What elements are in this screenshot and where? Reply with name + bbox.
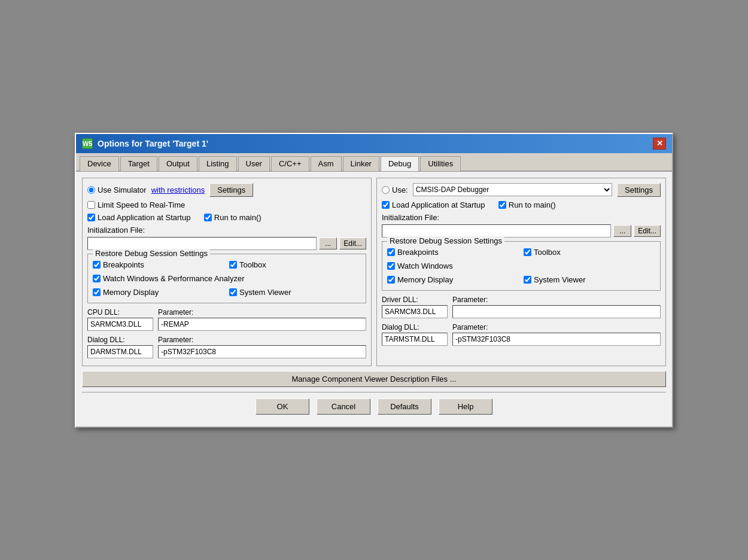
load-app-label: Load Application at Startup <box>98 213 190 222</box>
right-restore-checks-grid: Breakpoints Toolbox Watch Windows M <box>387 248 655 287</box>
use-simulator-radio-label[interactable]: Use Simulator <box>87 185 147 194</box>
breakpoints-checkbox[interactable] <box>93 261 101 269</box>
ok-button[interactable]: OK <box>256 398 309 415</box>
app-icon: W5 <box>82 138 93 149</box>
debugger-settings-button[interactable]: Settings <box>617 183 661 197</box>
manage-component-viewer-button[interactable]: Manage Component Viewer Description File… <box>82 371 666 387</box>
close-button[interactable]: ✕ <box>653 138 666 150</box>
right-toolbox-checkbox[interactable] <box>524 248 531 256</box>
system-viewer-checkbox[interactable] <box>229 288 237 296</box>
right-breakpoints-label: Breakpoints <box>397 248 439 257</box>
right-run-to-main-label: Run to main() <box>509 200 556 209</box>
main-dialog: W5 Options for Target 'Target 1' ✕ Devic… <box>75 133 673 428</box>
tab-device[interactable]: Device <box>80 156 119 171</box>
right-memory-display-checkbox[interactable] <box>387 276 395 284</box>
cpu-dll-input[interactable] <box>87 318 153 331</box>
restore-debug-group: Restore Debug Session Settings Breakpoin… <box>87 254 366 303</box>
toolbox-row: Toolbox <box>229 260 361 269</box>
dialog-dll-row: Dialog DLL: Parameter: <box>87 336 366 358</box>
init-file-browse-button[interactable]: ... <box>319 238 337 249</box>
driver-param-label: Parameter: <box>452 296 661 304</box>
use-debugger-radio-label[interactable]: Use: <box>382 185 408 194</box>
tab-asm[interactable]: Asm <box>311 156 342 171</box>
help-button[interactable]: Help <box>439 398 492 415</box>
right-init-file-edit-button[interactable]: Edit... <box>634 225 661 237</box>
cpu-param-input[interactable] <box>158 318 366 331</box>
cpu-dll-col: CPU DLL: <box>87 308 153 331</box>
tab-user[interactable]: User <box>238 156 270 171</box>
breakpoints-label: Breakpoints <box>103 260 144 269</box>
tab-bar: Device Target Output Listing User C/C++ … <box>76 153 672 172</box>
init-file-label: Initialization File: <box>87 226 366 235</box>
tab-output[interactable]: Output <box>159 156 197 171</box>
driver-dll-input[interactable] <box>382 305 448 318</box>
title-bar-left: W5 Options for Target 'Target 1' <box>82 138 208 149</box>
cpu-param-label: Parameter: <box>158 308 366 316</box>
driver-param-input[interactable] <box>452 305 661 318</box>
cpu-dll-label: CPU DLL: <box>87 308 153 316</box>
dialog-dll-input[interactable] <box>87 345 153 358</box>
memory-display-label: Memory Display <box>103 288 159 297</box>
breakpoints-row: Breakpoints <box>93 260 224 269</box>
right-system-viewer-label: System Viewer <box>534 275 585 284</box>
right-load-app-label: Load Application at Startup <box>392 200 485 209</box>
right-load-app-run-row: Load Application at Startup Run to main(… <box>382 200 661 209</box>
cancel-button[interactable]: Cancel <box>317 398 370 415</box>
two-column-layout: Use Simulator with restrictions Settings… <box>82 178 666 366</box>
right-init-file-label: Initialization File: <box>382 213 661 222</box>
right-watch-windows-checkbox[interactable] <box>387 262 395 270</box>
limit-speed-checkbox[interactable] <box>87 201 95 209</box>
left-column: Use Simulator with restrictions Settings… <box>82 178 372 366</box>
use-simulator-radio[interactable] <box>87 186 95 194</box>
right-toolbox-label: Toolbox <box>534 248 561 257</box>
dialog-param-input[interactable] <box>158 345 366 358</box>
defaults-button[interactable]: Defaults <box>378 398 431 415</box>
right-memory-display-label: Memory Display <box>397 275 453 284</box>
memory-display-row: Memory Display <box>93 288 224 297</box>
right-dialog-param-label: Parameter: <box>452 323 661 331</box>
tab-target[interactable]: Target <box>120 156 157 171</box>
driver-dll-col: Driver DLL: <box>382 296 448 318</box>
toolbox-checkbox[interactable] <box>229 261 237 269</box>
init-file-edit-button[interactable]: Edit... <box>339 238 366 249</box>
right-init-file-browse-button[interactable]: ... <box>613 225 631 237</box>
dialog-dll-label: Dialog DLL: <box>87 336 153 344</box>
tab-linker[interactable]: Linker <box>343 156 379 171</box>
memory-display-checkbox[interactable] <box>93 288 101 296</box>
right-watch-windows-row: Watch Windows <box>387 261 655 270</box>
simulator-settings-button[interactable]: Settings <box>209 183 253 197</box>
right-dialog-dll-label: Dialog DLL: <box>382 323 448 331</box>
dialog-dll-col: Dialog DLL: <box>87 336 153 358</box>
tab-cpp[interactable]: C/C++ <box>271 156 309 171</box>
right-breakpoints-checkbox[interactable] <box>387 248 395 256</box>
dialog-body: Use Simulator with restrictions Settings… <box>76 172 672 427</box>
right-column: Use: CMSIS-DAP Debugger Settings Load Ap… <box>376 178 666 366</box>
right-toolbox-row: Toolbox <box>524 248 655 257</box>
watch-windows-checkbox[interactable] <box>93 275 101 282</box>
tab-debug[interactable]: Debug <box>381 156 419 171</box>
right-init-file-input[interactable] <box>382 224 611 238</box>
title-bar: W5 Options for Target 'Target 1' ✕ <box>76 134 672 153</box>
right-run-to-main-checkbox[interactable] <box>498 201 506 209</box>
run-to-main-checkbox[interactable] <box>204 214 212 221</box>
use-debugger-row: Use: CMSIS-DAP Debugger Settings <box>382 183 661 197</box>
right-dialog-dll-row: Dialog DLL: Parameter: <box>382 323 661 346</box>
right-restore-debug-title: Restore Debug Session Settings <box>387 236 504 245</box>
right-dialog-dll-section: Dialog DLL: Parameter: <box>382 323 661 346</box>
driver-dll-row: Driver DLL: Parameter: <box>382 296 661 318</box>
load-app-checkbox[interactable] <box>87 214 95 221</box>
debugger-select[interactable]: CMSIS-DAP Debugger <box>413 183 612 196</box>
tab-utilities[interactable]: Utilities <box>420 156 461 171</box>
init-file-input[interactable] <box>87 237 317 250</box>
right-system-viewer-checkbox[interactable] <box>524 276 531 284</box>
with-restrictions-link[interactable]: with restrictions <box>151 185 205 194</box>
right-load-app-checkbox[interactable] <box>382 201 390 209</box>
right-dialog-param-col: Parameter: <box>452 323 661 346</box>
use-debugger-radio[interactable] <box>382 186 390 194</box>
tab-listing[interactable]: Listing <box>199 156 237 171</box>
right-restore-debug-group: Restore Debug Session Settings Breakpoin… <box>382 241 661 291</box>
right-dialog-param-input[interactable] <box>452 333 661 346</box>
driver-param-col: Parameter: <box>452 296 661 318</box>
cpu-dll-row: CPU DLL: Parameter: <box>87 308 366 331</box>
right-dialog-dll-input[interactable] <box>382 333 448 346</box>
